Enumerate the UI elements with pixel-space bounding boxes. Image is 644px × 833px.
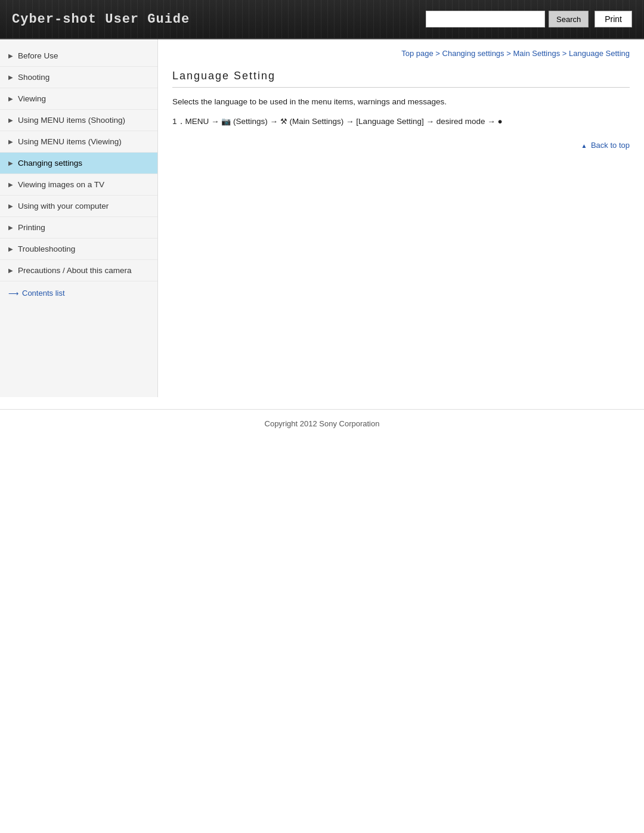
sidebar-item-precautions-about-this-camera[interactable]: ▶Precautions / About this camera — [0, 260, 157, 281]
sidebar-arrow-icon: ▶ — [8, 246, 13, 252]
sidebar-item-viewing-images-on-a-tv[interactable]: ▶Viewing images on a TV — [0, 174, 157, 196]
instruction-step: 1．MENU → — [172, 117, 221, 126]
search-area: Search Print — [426, 11, 632, 27]
sidebar-arrow-icon: ▶ — [8, 203, 13, 209]
instruction-settings-text: (Settings) → — [233, 117, 280, 126]
sidebar-item-label: Using MENU items (Shooting) — [18, 116, 125, 125]
sidebar-item-using-with-your-computer[interactable]: ▶Using with your computer — [0, 196, 157, 217]
search-button[interactable]: Search — [549, 11, 589, 27]
back-to-top-label: Back to top — [591, 141, 630, 150]
sidebar-item-label: Using with your computer — [18, 202, 109, 210]
breadcrumb-changing-settings[interactable]: Changing settings — [442, 49, 504, 58]
sidebar-item-changing-settings[interactable]: ▶Changing settings — [0, 153, 157, 174]
sidebar-item-troubleshooting[interactable]: ▶Troubleshooting — [0, 239, 157, 260]
sidebar-arrow-icon: ▶ — [8, 267, 13, 274]
sidebar-item-label: Using MENU items (Viewing) — [18, 137, 122, 146]
page-title: Language Setting — [172, 70, 630, 88]
sidebar-arrow-icon: ▶ — [8, 138, 13, 145]
content-area: Top page > Changing settings > Main Sett… — [158, 39, 644, 397]
breadcrumb-sep2: > — [506, 49, 513, 58]
sidebar-item-printing[interactable]: ▶Printing — [0, 217, 157, 239]
breadcrumb-top-page[interactable]: Top page — [401, 49, 434, 58]
settings-icon: 📷 — [221, 117, 231, 126]
sidebar-item-label: Printing — [18, 223, 45, 232]
sidebar-item-using-menu-items-viewing-[interactable]: ▶Using MENU items (Viewing) — [0, 131, 157, 153]
sidebar-item-label: Changing settings — [18, 159, 82, 168]
content-instruction: 1．MENU → 📷 (Settings) → ⚒ (Main Settings… — [172, 114, 630, 129]
triangle-icon: ▲ — [581, 143, 587, 149]
search-input[interactable] — [426, 11, 545, 27]
sidebar-item-label: Before Use — [18, 51, 58, 60]
sidebar-arrow-icon: ▶ — [8, 74, 13, 80]
breadcrumb: Top page > Changing settings > Main Sett… — [172, 49, 630, 58]
contents-list-label: Contents list — [22, 289, 65, 298]
footer: Copyright 2012 Sony Corporation — [0, 409, 644, 438]
breadcrumb-sep3: > — [562, 49, 569, 58]
main-container: ▶Before Use▶Shooting▶Viewing▶Using MENU … — [0, 39, 644, 397]
sidebar-item-label: Viewing images on a TV — [18, 180, 104, 189]
sidebar-arrow-icon: ▶ — [8, 52, 13, 59]
sidebar: ▶Before Use▶Shooting▶Viewing▶Using MENU … — [0, 39, 158, 397]
sidebar-item-shooting[interactable]: ▶Shooting — [0, 67, 157, 88]
sidebar-item-label: Precautions / About this camera — [18, 266, 132, 275]
back-to-top: ▲ Back to top — [172, 141, 630, 150]
sidebar-item-viewing[interactable]: ▶Viewing — [0, 88, 157, 110]
sidebar-arrow-icon: ▶ — [8, 117, 13, 123]
app-title: Cyber-shot User Guide — [12, 12, 190, 27]
print-button[interactable]: Print — [595, 11, 632, 27]
sidebar-item-label: Shooting — [18, 73, 49, 82]
sidebar-arrow-icon: ▶ — [8, 160, 13, 166]
contents-arrow-icon: ⟶ — [8, 289, 18, 298]
sidebar-arrow-icon: ▶ — [8, 95, 13, 102]
sidebar-item-using-menu-items-shooting-[interactable]: ▶Using MENU items (Shooting) — [0, 110, 157, 131]
instruction-main-settings-text: (Main Settings) → [Language Setting] → d… — [290, 117, 503, 126]
back-to-top-link[interactable]: ▲ Back to top — [581, 141, 630, 150]
sidebar-item-before-use[interactable]: ▶Before Use — [0, 45, 157, 67]
copyright-text: Copyright 2012 Sony Corporation — [265, 419, 380, 428]
contents-list-link[interactable]: ⟶Contents list — [0, 281, 157, 305]
header: Cyber-shot User Guide Search Print — [0, 0, 644, 39]
main-settings-icon: ⚒ — [280, 117, 287, 126]
sidebar-item-label: Troubleshooting — [18, 244, 75, 253]
content-description: Selects the language to be used in the m… — [172, 97, 630, 106]
breadcrumb-current: Language Setting — [569, 49, 630, 58]
breadcrumb-main-settings[interactable]: Main Settings — [513, 49, 560, 58]
breadcrumb-sep1: > — [435, 49, 442, 58]
content-body: Selects the language to be used in the m… — [172, 97, 630, 129]
sidebar-arrow-icon: ▶ — [8, 181, 13, 188]
sidebar-arrow-icon: ▶ — [8, 224, 13, 231]
sidebar-item-label: Viewing — [18, 94, 46, 103]
